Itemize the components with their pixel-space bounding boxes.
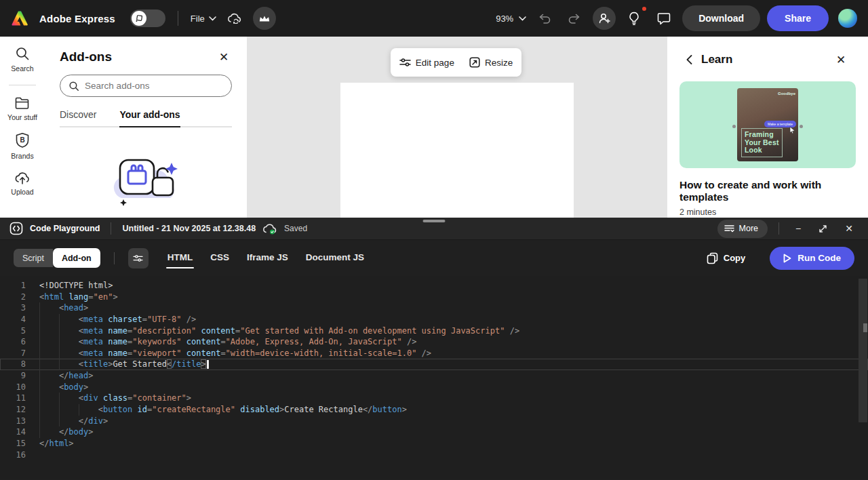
- addons-search-box[interactable]: [60, 75, 232, 97]
- thumbnail-badge: Goodbye: [778, 92, 795, 96]
- editor-scrollbar[interactable]: [859, 279, 867, 422]
- sidebar-item-brands[interactable]: B Brands: [11, 132, 33, 160]
- mode-script-button[interactable]: Script: [14, 249, 53, 267]
- share-button[interactable]: Share: [767, 5, 829, 31]
- scrollbar-cursor-marker: [863, 323, 867, 332]
- resize-label: Resize: [485, 58, 513, 68]
- divider: [178, 11, 178, 26]
- folder-icon: [14, 96, 31, 110]
- cursor-icon: [789, 126, 795, 134]
- comments-button[interactable]: [652, 7, 675, 30]
- file-menu[interactable]: File: [191, 14, 216, 24]
- addons-search-input[interactable]: [85, 81, 223, 91]
- search-icon: [15, 46, 30, 61]
- brand-shield-icon: B: [15, 132, 30, 148]
- mode-addon-button[interactable]: Add-on: [53, 248, 100, 268]
- notifications-button[interactable]: [623, 7, 646, 30]
- learn-video-card[interactable]: Goodbye Make a template Framing Your Bes…: [679, 81, 856, 168]
- sidebar-item-your-stuff[interactable]: Your stuff: [7, 96, 37, 121]
- left-sidebar: Search Your stuff B Brands Upload: [0, 37, 45, 218]
- sidebar-item-label: Your stuff: [7, 113, 37, 121]
- crown-icon: [258, 14, 271, 23]
- minimize-button[interactable]: −: [790, 223, 806, 234]
- adobe-express-logo[interactable]: [11, 10, 28, 26]
- sidebar-item-upload[interactable]: Upload: [11, 171, 33, 196]
- addons-lock-illustration-icon: [101, 145, 191, 210]
- playground-settings-button[interactable]: [128, 248, 149, 268]
- file-menu-label: File: [191, 14, 205, 24]
- carousel-dot: [732, 125, 736, 128]
- tab-iframe-js[interactable]: Iframe JS: [243, 240, 292, 276]
- divider: [111, 222, 111, 235]
- sliders-icon: [133, 254, 143, 262]
- code-lines: 1<!DOCTYPE html>2<html lang="en">3<head>…: [0, 280, 868, 460]
- lightbulb-icon: [629, 12, 639, 26]
- chat-bubble-icon: [657, 12, 671, 25]
- undo-button[interactable]: [533, 7, 556, 30]
- code-playground-panel: Code Playground Untitled - 21 Nov 2025 a…: [0, 218, 868, 480]
- add-collaborator-button[interactable]: [593, 7, 616, 30]
- thumbnail-title: Framing Your Best Look: [741, 128, 783, 157]
- notification-dot: [641, 5, 648, 12]
- profile-avatar[interactable]: [838, 9, 857, 28]
- tab-html[interactable]: HTML: [163, 240, 197, 276]
- tab-css[interactable]: CSS: [206, 240, 233, 276]
- learn-back-button[interactable]: [686, 55, 692, 64]
- learn-card-title: How to create and work with templates: [679, 179, 856, 203]
- more-button[interactable]: More: [717, 220, 768, 238]
- addons-tabs: Discover Your add-ons: [60, 109, 232, 127]
- divider: [114, 252, 115, 264]
- more-label: More: [739, 224, 758, 233]
- zoom-control[interactable]: 93%: [496, 14, 526, 24]
- learn-panel-title: Learn: [701, 53, 833, 66]
- more-menu-icon: [724, 224, 734, 233]
- video-thumbnail: Goodbye Make a template Framing Your Bes…: [737, 88, 798, 161]
- person-add-icon: [598, 12, 611, 24]
- learn-close-button[interactable]: ✕: [833, 52, 849, 68]
- resize-button[interactable]: Resize: [469, 57, 513, 68]
- save-status: Saved: [284, 224, 307, 233]
- learn-card-duration: 2 minutes: [679, 207, 856, 217]
- edit-page-button[interactable]: Edit page: [399, 58, 454, 68]
- download-button[interactable]: Download: [682, 5, 760, 31]
- tab-your-add-ons[interactable]: Your add-ons: [119, 109, 180, 127]
- zoom-level: 93%: [496, 14, 513, 24]
- chevron-left-icon: [686, 55, 692, 64]
- chevron-down-icon: [519, 16, 526, 21]
- code-editor[interactable]: 1<!DOCTYPE html>2<html lang="en">3<head>…: [0, 276, 868, 479]
- upload-cloud-icon: [14, 171, 31, 184]
- canvas-area: Edit page Resize: [247, 37, 667, 218]
- canvas-floating-toolbar: Edit page Resize: [391, 48, 521, 77]
- run-code-button[interactable]: Run Code: [770, 247, 854, 270]
- toggle-knob-icon: [132, 11, 146, 26]
- resize-icon: [469, 57, 480, 68]
- divider: [9, 85, 36, 85]
- copy-button[interactable]: Copy: [707, 252, 746, 264]
- redo-button[interactable]: [563, 7, 586, 30]
- tab-discover[interactable]: Discover: [60, 109, 96, 127]
- playground-tab-bar: Script Add-on HTML CSS Iframe JS Documen…: [0, 240, 868, 276]
- sidebar-item-label: Upload: [11, 188, 33, 196]
- cloud-saved-icon: [262, 223, 277, 235]
- main-area: Search Your stuff B Brands Upload Add-on…: [0, 37, 868, 218]
- playground-close-button[interactable]: ✕: [840, 223, 859, 234]
- document-title[interactable]: Untitled - 21 Nov 2025 at 12.38.48: [122, 224, 256, 233]
- top-bar: Adobe Express File 93% Download Share: [0, 0, 868, 37]
- premium-crown-button[interactable]: [253, 7, 276, 30]
- tab-document-js[interactable]: Document JS: [302, 240, 368, 276]
- addons-panel-title: Add-ons: [60, 49, 112, 64]
- search-icon: [68, 80, 79, 92]
- panel-drag-handle[interactable]: [423, 220, 446, 222]
- sidebar-item-search[interactable]: Search: [11, 46, 33, 73]
- addons-empty-illustration: [60, 145, 232, 210]
- sidebar-item-label: Brands: [11, 152, 33, 160]
- expand-button[interactable]: [813, 224, 833, 233]
- playground-title: Code Playground: [30, 224, 100, 233]
- cloud-sync-icon[interactable]: [223, 7, 246, 30]
- addons-close-button[interactable]: ✕: [216, 49, 232, 65]
- document-page[interactable]: [340, 83, 574, 218]
- quick-actions-toggle[interactable]: [130, 9, 165, 27]
- mode-toggle: Script Add-on: [14, 248, 100, 268]
- carousel-dot: [800, 125, 803, 128]
- chevron-down-icon: [209, 16, 216, 21]
